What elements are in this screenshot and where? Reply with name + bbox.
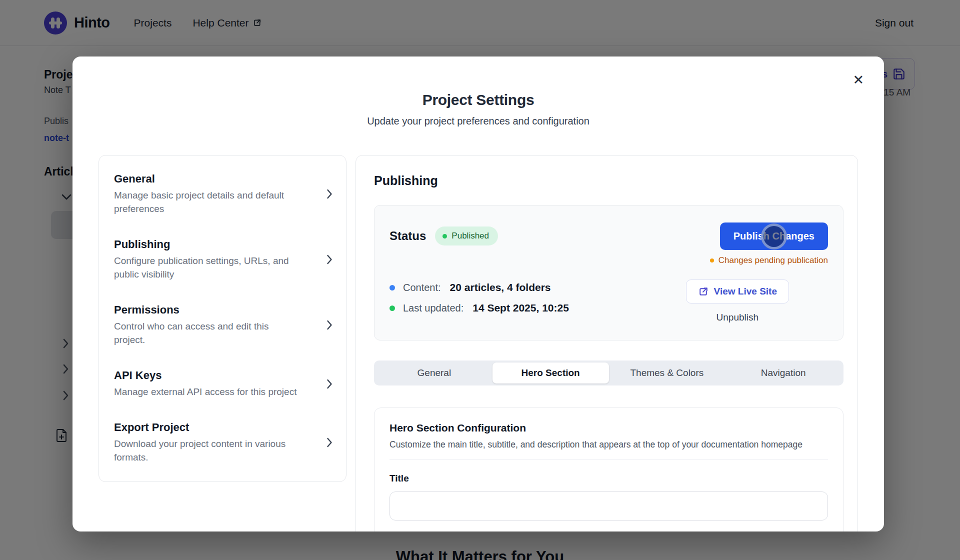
settings-item-api-keys[interactable]: API Keys Manage external API access for …	[99, 358, 346, 410]
settings-item-permissions[interactable]: Permissions Control who can access and e…	[99, 292, 346, 358]
panel-heading: Publishing	[374, 174, 844, 188]
settings-nav-card: General Manage basic project details and…	[98, 155, 346, 482]
status-card: Status Published Publish Changes	[374, 205, 844, 340]
settings-item-title: General	[114, 172, 314, 186]
settings-item-title: Permissions	[114, 304, 314, 316]
external-link-icon	[698, 286, 708, 297]
tab-navigation[interactable]: Navigation	[725, 362, 842, 384]
settings-item-desc: Manage basic project details and default…	[114, 189, 297, 216]
settings-item-desc: Download your project content in various…	[114, 438, 297, 464]
title-input[interactable]	[390, 492, 828, 520]
unpublish-button[interactable]: Unpublish	[716, 312, 759, 323]
chevron-right-icon	[326, 378, 333, 390]
hero-card-heading: Hero Section Configuration	[390, 422, 828, 434]
content-label: Content:	[403, 282, 441, 294]
close-icon[interactable]: ✕	[852, 74, 864, 87]
status-label: Status	[390, 229, 426, 243]
chevron-right-icon	[326, 188, 333, 200]
status-badge-label: Published	[452, 231, 489, 241]
blue-dot-icon	[390, 285, 395, 290]
pending-note: Changes pending publication	[710, 256, 828, 266]
status-badge: Published	[435, 226, 498, 246]
chevron-right-icon	[326, 437, 333, 448]
settings-item-publishing[interactable]: Publishing Configure publication setting…	[99, 227, 346, 292]
modal-title: Project Settings	[72, 92, 884, 108]
tab-hero-section[interactable]: Hero Section	[492, 362, 609, 384]
settings-item-desc: Control who can access and edit this pro…	[114, 320, 297, 347]
publishing-tabbar: General Hero Section Themes & Colors Nav…	[374, 360, 844, 386]
content-meta-row: Content: 20 articles, 4 folders	[390, 282, 569, 294]
tab-general[interactable]: General	[376, 362, 492, 384]
title-field-label: Title	[390, 473, 828, 484]
settings-item-title: Export Project	[114, 421, 314, 434]
publish-changes-button[interactable]: Publish Changes	[720, 222, 828, 250]
chevron-right-icon	[326, 320, 333, 330]
green-dot-icon	[390, 306, 395, 311]
green-dot-icon	[442, 234, 447, 238]
divider	[390, 460, 828, 460]
settings-item-title: Publishing	[114, 238, 314, 251]
settings-item-title: API Keys	[114, 369, 314, 382]
tab-themes-colors[interactable]: Themes & Colors	[609, 362, 726, 384]
content-value: 20 articles, 4 folders	[450, 282, 551, 294]
updated-value: 14 Sept 2025, 10:25	[472, 302, 569, 314]
settings-item-general[interactable]: General Manage basic project details and…	[99, 162, 346, 227]
updated-meta-row: Last updated: 14 Sept 2025, 10:25	[390, 302, 569, 314]
publish-changes-label: Publish Changes	[734, 230, 814, 242]
hero-card-desc: Customize the main title, subtitle, and …	[390, 440, 828, 450]
hero-section-card: Hero Section Configuration Customize the…	[374, 408, 844, 532]
publishing-panel: Publishing Status Published Publ	[356, 155, 858, 532]
view-live-site-label: View Live Site	[714, 286, 777, 297]
settings-item-desc: Manage external API access for this proj…	[114, 386, 297, 399]
screen: Hinto Projects Help Center Sign	[0, 0, 960, 560]
settings-item-desc: Configure publication settings, URLs, an…	[114, 254, 297, 282]
settings-item-export-project[interactable]: Export Project Download your project con…	[99, 410, 346, 476]
pending-note-label: Changes pending publication	[718, 256, 828, 266]
project-settings-modal: ✕ Project Settings Update your project p…	[72, 56, 884, 532]
orange-dot-icon	[710, 258, 714, 262]
modal-header: Project Settings Update your project pre…	[72, 56, 884, 127]
chevron-right-icon	[326, 254, 333, 265]
modal-subtitle: Update your project preferences and conf…	[72, 116, 884, 127]
view-live-site-button[interactable]: View Live Site	[686, 280, 789, 304]
updated-label: Last updated:	[403, 302, 464, 314]
